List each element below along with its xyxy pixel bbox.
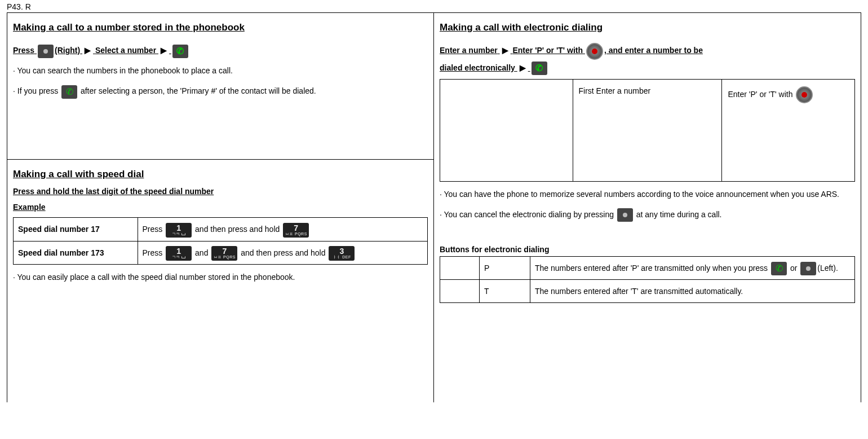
button-icon-cell: [440, 256, 480, 279]
call-icon: [532, 62, 547, 75]
section-speed-dial: Making a call with speed dial Press and …: [7, 160, 433, 402]
page-label: P43. R: [7, 2, 861, 11]
key-3-icon: 3ㅏㅓ DEF: [329, 246, 355, 261]
speed-dial-instruction: Press and hold the last digit of the spe…: [13, 183, 428, 199]
section-title: Making a call to a number stored in the …: [13, 19, 428, 37]
step-pt-pre: Enter 'P' or 'T' with: [512, 46, 583, 55]
step-line2-label: dialed electronically: [440, 63, 515, 72]
arrow-icon: ▶: [520, 60, 526, 76]
arrow-icon: ▶: [502, 42, 508, 58]
text: after selecting a person, the 'Primary #…: [81, 86, 316, 95]
text: (Left).: [817, 264, 838, 273]
speed-dial-note: · You can easily place a call with the s…: [13, 269, 428, 285]
buttons-heading: Buttons for electronic dialing: [440, 245, 855, 254]
electronic-steps: Enter a number ▶ Enter 'P' or 'T' with ,…: [440, 42, 855, 59]
section-phonebook-call: Making a call to a number stored in the …: [7, 13, 433, 160]
arrow-icon: ▶: [85, 42, 91, 58]
arrow-icon: ▶: [161, 42, 167, 58]
key-7-icon: 7ㅂㅍ PQRS: [283, 223, 309, 238]
text: and then press and hold: [241, 248, 327, 257]
row-instruction: Press 1ㄱㅋ ⌴ and then press and hold 7ㅂㅍ …: [138, 218, 428, 241]
electronic-buttons-table: P The numbers entered after 'P' are tran…: [440, 256, 855, 303]
left-column: Making a call to a number stored in the …: [7, 12, 434, 402]
step-select-label: Select a number: [95, 46, 156, 55]
text: at any time during a call.: [636, 210, 722, 219]
grid-cell-1: [440, 80, 573, 181]
key-1-icon: 1ㄱㅋ ⌴: [166, 223, 192, 238]
phonebook-steps: Press (Right) ▶ Select a number ▶: [13, 42, 428, 58]
phonebook-note-1: · You can search the numbers in the phon…: [13, 63, 428, 78]
table-row: T The numbers entered after 'T' are tran…: [440, 279, 855, 302]
rotary-icon: [796, 86, 813, 103]
text: and: [195, 248, 210, 257]
table-row: Speed dial number 173 Press 1ㄱㅋ ⌴ and 7ㅂ…: [14, 241, 428, 264]
example-label: Example: [13, 199, 428, 215]
step-right-label: (Right): [55, 46, 80, 55]
text: or: [790, 264, 799, 273]
right-column: Making a call with electronic dialing En…: [434, 12, 861, 402]
electronic-step-grid: First Enter a number Enter 'P' or 'T' wi…: [440, 79, 855, 182]
button-icon-cell: [440, 279, 480, 302]
section-title: Making a call with electronic dialing: [440, 19, 855, 37]
button-desc: The numbers entered after 'P' are transm…: [530, 256, 855, 279]
call-icon: [172, 45, 188, 58]
step-pt-post: , and enter a number to be: [604, 46, 703, 55]
section-electronic-dialing: Making a call with electronic dialing En…: [434, 13, 861, 305]
key-1-icon: 1ㄱㅋ ⌴: [166, 246, 192, 261]
row-instruction: Press 1ㄱㅋ ⌴ and 7ㅂㅍ PQRS and then press …: [138, 241, 428, 264]
nav-icon: [38, 45, 54, 58]
call-icon: [61, 85, 77, 99]
text: and then press and hold: [195, 225, 282, 234]
section-title: Making a call with speed dial: [13, 165, 428, 183]
text: Press: [143, 225, 165, 234]
text: Enter 'P' or 'T' with: [728, 89, 792, 98]
speed-dial-table: Speed dial number 17 Press 1ㄱㅋ ⌴ and the…: [13, 217, 428, 265]
step-press-label: Press: [13, 46, 34, 55]
phonebook-note-2: · If you press after selecting a person,…: [13, 83, 428, 99]
nav-icon: [800, 262, 816, 275]
electronic-steps-line2: dialed electronically ▶: [440, 60, 855, 76]
row-label: Speed dial number 17: [14, 218, 138, 241]
call-icon: [771, 262, 787, 275]
nav-icon: [617, 208, 633, 222]
electronic-note-2: · You can cancel the electronic dialing …: [440, 207, 855, 222]
step-enter-label: Enter a number: [440, 46, 498, 55]
grid-cell-2: First Enter a number: [573, 80, 722, 181]
table-row: P The numbers entered after 'P' are tran…: [440, 256, 855, 279]
text: The numbers entered after 'P' are transm…: [535, 264, 770, 273]
text: · You can cancel the electronic dialing …: [440, 210, 614, 219]
grid-cell-3: Enter 'P' or 'T' with: [721, 80, 854, 181]
table-row: Speed dial number 17 Press 1ㄱㅋ ⌴ and the…: [14, 218, 428, 241]
document-body: Making a call to a number stored in the …: [7, 12, 861, 402]
rotary-icon: [586, 43, 603, 60]
text: · If you press: [13, 86, 58, 95]
button-code: P: [480, 256, 530, 279]
button-desc: The numbers entered after 'T' are transm…: [530, 279, 855, 302]
electronic-note-1: · You can have the phone to memorize sev…: [440, 186, 855, 202]
text: Press: [143, 248, 165, 257]
key-7-icon: 7ㅂㅍ PQRS: [211, 246, 237, 261]
row-label: Speed dial number 173: [14, 241, 138, 264]
button-code: T: [480, 279, 530, 302]
